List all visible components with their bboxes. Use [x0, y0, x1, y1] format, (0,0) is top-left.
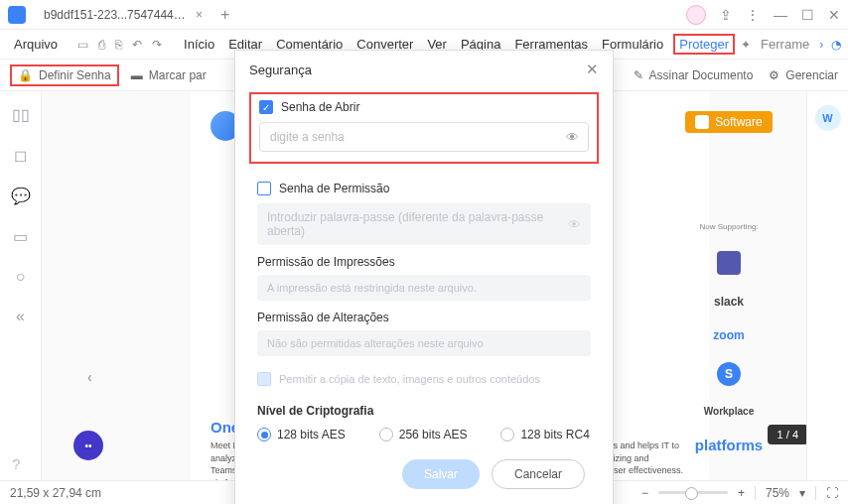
change-permission-label: Permissão de Alterações — [257, 311, 591, 324]
new-tab-button[interactable]: + — [220, 6, 229, 24]
tab-title: b9ddf151-223...75474441.pdf — [44, 8, 188, 22]
zoom-slider[interactable] — [658, 491, 728, 494]
toggle-visibility-icon[interactable]: 👁 — [566, 130, 579, 145]
crypt-256aes-label: 256 bits AES — [399, 428, 468, 441]
save-button[interactable]: Salvar — [402, 459, 480, 489]
slack-logo: slack — [714, 295, 744, 309]
skype-icon: S — [717, 362, 741, 386]
comment-icon[interactable]: 💬 — [11, 187, 31, 205]
sign-icon: ✎ — [634, 68, 643, 82]
lock-icon: 🔒 — [18, 68, 33, 82]
chat-bubble-icon[interactable]: •• — [73, 431, 103, 460]
app-icon — [8, 6, 26, 24]
open-password-label: Senha de Abrir — [281, 100, 359, 114]
menu-proteger[interactable]: Proteger — [673, 34, 735, 55]
print-permission-label: Permissão de Impressões — [257, 255, 591, 269]
thumbnails-icon[interactable]: ▯▯ — [12, 105, 30, 124]
definir-senha-label: Definir Senha — [39, 68, 111, 82]
print-icon[interactable]: ⎙ — [98, 38, 105, 52]
fullscreen-icon[interactable]: ⛶ — [826, 486, 838, 500]
bookmark-icon[interactable]: ◻ — [14, 146, 27, 165]
radio-icon — [500, 428, 514, 441]
radio-icon — [379, 428, 393, 441]
zoom-percent[interactable]: 75% — [766, 486, 789, 500]
redact-icon: ▬ — [131, 68, 143, 82]
encryption-level-title: Nível de Criptografia — [257, 404, 599, 418]
doc-heading2: platforms — [695, 437, 763, 453]
style-icon[interactable]: ◔ — [831, 38, 841, 52]
download-icon — [695, 115, 709, 129]
menu-scroll-right[interactable]: › — [819, 38, 823, 52]
user-avatar[interactable] — [686, 5, 706, 25]
zoom-logo: zoom — [713, 328, 744, 342]
close-tab-icon[interactable]: × — [196, 8, 203, 22]
software-label: Software — [715, 115, 762, 129]
open-icon[interactable]: ▭ — [77, 38, 88, 52]
assinar-button[interactable]: ✎ Assinar Documento — [634, 68, 754, 82]
crypt-256aes-option[interactable]: 256 bits AES — [379, 428, 468, 441]
permission-password-input: Introduzir palavra-passe (diferente da p… — [257, 203, 591, 245]
dialog-close-icon[interactable]: ✕ — [586, 61, 599, 78]
menu-arquivo[interactable]: Arquivo — [10, 35, 62, 54]
page-dimensions: 21,59 x 27,94 cm — [10, 486, 101, 500]
crypt-128rc4-label: 128 bits RC4 — [520, 428, 589, 441]
allow-copy-label: Permitir a cópia de texto, imagens e out… — [279, 373, 540, 385]
collapse-rail-icon[interactable]: « — [16, 308, 25, 325]
undo-icon[interactable]: ↶ — [132, 38, 142, 52]
maximize-icon[interactable]: ☐ — [801, 7, 814, 23]
menu-ferrame-overflow[interactable]: Ferrame — [757, 35, 813, 54]
minimize-icon[interactable]: — — [774, 7, 787, 23]
manage-icon: ⚙ — [769, 68, 779, 82]
open-password-checkbox[interactable] — [259, 100, 273, 114]
more-icon[interactable]: ⋮ — [746, 7, 760, 23]
save-icon[interactable]: ⎘ — [115, 38, 122, 52]
marcar-button[interactable]: ▬ Marcar par — [131, 68, 207, 82]
software-badge: Software — [685, 111, 772, 133]
cancel-button[interactable]: Cancelar — [492, 459, 585, 489]
marcar-label: Marcar par — [149, 68, 207, 82]
close-window-icon[interactable]: ✕ — [828, 7, 840, 23]
allow-copy-checkbox — [257, 372, 271, 386]
gerenciar-button[interactable]: ⚙ Gerenciar — [769, 68, 838, 82]
menu-inicio[interactable]: Início — [180, 35, 218, 54]
prev-page-icon[interactable]: ‹ — [87, 369, 92, 385]
gerenciar-label: Gerenciar — [785, 68, 838, 82]
search-icon[interactable]: ○ — [16, 268, 26, 286]
permission-password-label: Senha de Permissão — [279, 182, 389, 195]
permission-password-placeholder: Introduzir palavra-passe (diferente da p… — [267, 210, 543, 238]
permission-password-checkbox[interactable] — [257, 182, 271, 195]
teams-icon — [717, 251, 741, 275]
print-permission-select: A impressão está restringida neste arqui… — [257, 275, 591, 301]
zoom-in-icon[interactable]: + — [738, 486, 745, 500]
word-export-icon[interactable]: W — [815, 105, 841, 131]
document-tab[interactable]: b9ddf151-223...75474441.pdf × — [34, 4, 212, 26]
supporting-label: Now Supporting: — [699, 222, 758, 231]
attachment-icon[interactable]: ▭ — [13, 227, 28, 246]
crypt-128rc4-option[interactable]: 128 bits RC4 — [500, 428, 589, 441]
crypt-128aes-option[interactable]: 128 bits AES — [257, 428, 346, 441]
crypt-128aes-label: 128 bits AES — [277, 428, 346, 441]
zoom-out-icon[interactable]: − — [641, 486, 648, 500]
dialog-title: Segurança — [249, 63, 312, 77]
redo-icon[interactable]: ↷ — [152, 38, 162, 52]
security-dialog: Segurança ✕ Senha de Abrir 👁 Senha de Pe… — [234, 50, 614, 504]
page-indicator: 1 / 4 — [768, 425, 808, 444]
workplace-logo: Workplace — [704, 406, 754, 417]
change-permission-select: Não são permitidas alterações neste arqu… — [257, 330, 591, 356]
open-password-input[interactable] — [259, 122, 589, 152]
toggle-visibility-icon-disabled: 👁 — [568, 217, 581, 232]
help-icon[interactable]: ? — [12, 455, 20, 472]
share-icon[interactable]: ⇪ — [720, 7, 732, 23]
definir-senha-button[interactable]: 🔒 Definir Senha — [10, 64, 119, 86]
radio-selected-icon — [257, 428, 271, 441]
zoom-dropdown-icon[interactable]: ▾ — [799, 486, 805, 500]
assinar-label: Assinar Documento — [649, 68, 754, 82]
